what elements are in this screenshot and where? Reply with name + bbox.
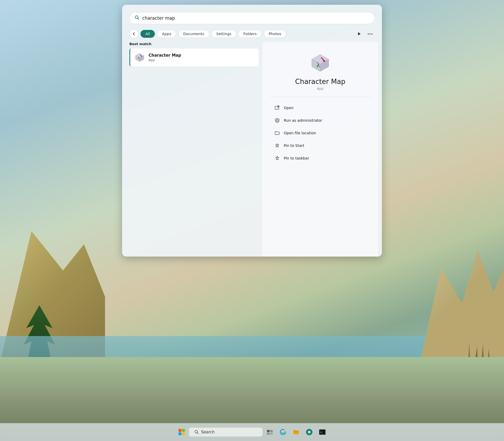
folder-icon bbox=[274, 130, 280, 136]
edge-icon bbox=[279, 428, 287, 436]
action-open-location[interactable]: Open file location bbox=[270, 127, 370, 139]
app-icon-large: λ bbox=[310, 52, 331, 73]
start-search-menu: All Apps Documents Settings Folders Phot… bbox=[122, 5, 382, 257]
task-view-button[interactable] bbox=[264, 426, 276, 438]
taskbar-search-icon bbox=[194, 430, 199, 434]
svg-line-1 bbox=[138, 18, 139, 20]
back-button[interactable] bbox=[129, 29, 138, 38]
action-open[interactable]: Open bbox=[270, 102, 370, 114]
detail-app-type: App bbox=[317, 87, 323, 91]
more-options-button[interactable] bbox=[366, 29, 375, 38]
svg-rect-27 bbox=[270, 430, 273, 432]
svg-point-4 bbox=[370, 33, 371, 34]
tab-apps[interactable]: Apps bbox=[157, 30, 176, 38]
task-view-icon bbox=[266, 429, 273, 435]
result-type: App bbox=[149, 58, 181, 62]
tab-folders[interactable]: Folders bbox=[238, 30, 262, 38]
action-pin-taskbar[interactable]: Pin to taskbar bbox=[270, 152, 370, 164]
win-logo-yellow bbox=[182, 432, 185, 435]
windows-logo bbox=[178, 429, 185, 435]
right-panel: λ Character Map App bbox=[262, 42, 378, 257]
svg-rect-26 bbox=[267, 430, 270, 432]
svg-text:>_: >_ bbox=[320, 431, 324, 434]
groove-button[interactable] bbox=[303, 426, 315, 438]
shield-icon bbox=[274, 118, 280, 123]
action-pin-start[interactable]: Pin to Start bbox=[270, 140, 370, 152]
svg-point-32 bbox=[309, 432, 310, 433]
action-open-location-label: Open file location bbox=[284, 131, 316, 135]
file-explorer-icon bbox=[292, 428, 300, 436]
tab-documents[interactable]: Documents bbox=[178, 30, 209, 38]
result-item-character-map[interactable]: λ Character Map App bbox=[129, 49, 259, 66]
character-map-icon: λ bbox=[134, 52, 145, 63]
action-run-admin-label: Run as administrator bbox=[284, 118, 322, 123]
taskbar-search[interactable]: Search bbox=[189, 428, 262, 437]
left-panel: Best match λ bbox=[126, 42, 262, 257]
svg-point-3 bbox=[368, 33, 369, 34]
tab-all[interactable]: All bbox=[140, 30, 155, 38]
search-input[interactable] bbox=[142, 15, 370, 21]
edge-button[interactable] bbox=[277, 426, 289, 438]
win-logo-red bbox=[178, 429, 181, 432]
taskbar: Search bbox=[0, 423, 504, 441]
filter-tabs-bar: All Apps Documents Settings Folders Phot… bbox=[122, 29, 382, 42]
action-pin-taskbar-label: Pin to taskbar bbox=[284, 156, 309, 160]
open-icon bbox=[274, 105, 280, 111]
svg-text:λ: λ bbox=[138, 56, 140, 60]
action-pin-start-label: Pin to Start bbox=[284, 144, 304, 148]
action-run-admin[interactable]: Run as administrator bbox=[270, 114, 370, 126]
groove-icon bbox=[306, 428, 313, 436]
file-explorer-button[interactable] bbox=[290, 426, 302, 438]
divider bbox=[270, 97, 370, 97]
tab-photos[interactable]: Photos bbox=[264, 30, 286, 38]
result-name: Character Map bbox=[149, 53, 181, 58]
svg-line-25 bbox=[197, 433, 198, 434]
result-text: Character Map App bbox=[149, 53, 181, 62]
search-bar[interactable] bbox=[129, 12, 375, 24]
svg-rect-22 bbox=[276, 120, 278, 121]
detail-app-title: Character Map bbox=[295, 78, 345, 86]
svg-rect-28 bbox=[267, 433, 270, 435]
main-content: Best match λ bbox=[126, 42, 378, 257]
svg-text:λ: λ bbox=[317, 61, 320, 69]
tab-settings[interactable]: Settings bbox=[211, 30, 236, 38]
taskbar-search-label: Search bbox=[201, 430, 215, 434]
pin-start-icon bbox=[274, 143, 280, 148]
svg-point-5 bbox=[371, 33, 372, 34]
play-button[interactable] bbox=[355, 29, 364, 38]
svg-marker-2 bbox=[358, 32, 361, 35]
search-icon bbox=[134, 15, 140, 21]
svg-rect-29 bbox=[270, 433, 273, 435]
win-logo-blue bbox=[178, 432, 181, 435]
action-open-label: Open bbox=[284, 106, 293, 110]
start-button[interactable] bbox=[176, 426, 187, 438]
terminal-button[interactable]: >_ bbox=[317, 426, 328, 438]
pin-taskbar-icon bbox=[274, 155, 280, 161]
best-match-label: Best match bbox=[129, 42, 259, 49]
win-logo-green bbox=[182, 429, 185, 432]
action-list: Open Run as administrator bbox=[270, 102, 370, 164]
terminal-icon: >_ bbox=[319, 428, 326, 436]
